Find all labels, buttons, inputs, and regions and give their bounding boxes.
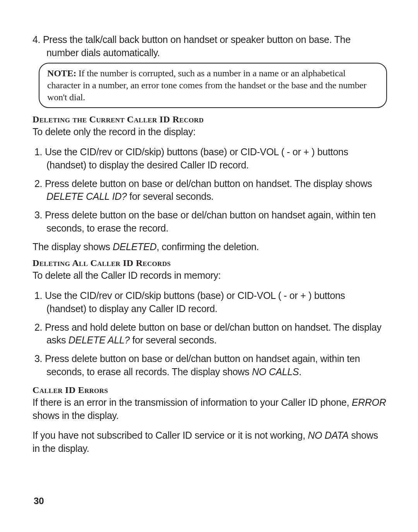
followup-italic: DELETED (113, 241, 156, 252)
lead-delete-all: To delete all the Caller ID records in m… (33, 269, 387, 282)
p2-a: If you have not subscribed to Caller ID … (33, 430, 308, 441)
list-delete-current: 1. Use the CID/rev or CID/skip) buttons … (33, 146, 387, 235)
item-number: 2. (34, 178, 42, 189)
item-number: 3. (34, 353, 42, 364)
intro-step: 4. Press the talk/call back button on ha… (33, 33, 387, 60)
list-item: 1. Use the CID/rev or CID/skip buttons (… (33, 289, 387, 316)
item-text-a: Press delete button on the base or del/c… (45, 209, 376, 233)
item-text-a: Press delete button on base or del/chan … (45, 178, 372, 189)
followup-a: The display shows (33, 241, 113, 252)
p1-a: If there is an error in the transmission… (33, 397, 352, 408)
step-number: 4. (33, 34, 40, 45)
item-text-a: Press delete button on base or del/chan … (45, 353, 360, 377)
errors-p1: If there is an error in the transmission… (33, 396, 387, 422)
item-text-a: Use the CID/rev or CID/skip buttons (bas… (45, 290, 345, 314)
item-text-b: . (299, 366, 302, 377)
errors-p2: If you have not subscribed to Caller ID … (33, 429, 387, 455)
note-body: If the number is corrupted, such as a nu… (47, 68, 367, 102)
page-number: 30 (34, 496, 44, 506)
heading-delete-all: Deleting All Caller ID Records (33, 257, 387, 269)
heading-delete-current: Deleting the Current Caller ID Record (33, 113, 387, 125)
p1-b: shows in the display. (33, 410, 119, 421)
item-number: 1. (34, 290, 45, 301)
item-text-b: for several seconds. (130, 335, 216, 345)
list-item: 3. Press delete button on the base or de… (33, 209, 387, 235)
step-text-line1: Press the talk/call back button on hands… (43, 34, 351, 45)
list-item: 1. Use the CID/rev or CID/skip) buttons … (33, 146, 387, 172)
p2-italic: NO DATA (308, 430, 348, 441)
followup-delete-current: The display shows DELETED, confirming th… (33, 240, 387, 254)
item-text-a: Use the CID/rev or CID/skip) buttons (ba… (45, 146, 348, 170)
item-number: 3. (34, 209, 42, 220)
followup-b: , confirming the deletion. (156, 241, 259, 252)
list-item: 2. Press and hold delete button on base … (33, 321, 387, 347)
lead-delete-current: To delete only the record in the display… (33, 125, 387, 139)
note-box: NOTE: If the number is corrupted, such a… (39, 63, 387, 108)
item-number: 1. (34, 146, 42, 157)
list-item: 3. Press delete button on base or del/ch… (33, 352, 387, 379)
note-label: NOTE: (47, 68, 76, 78)
item-text-b: for several seconds. (127, 191, 214, 202)
list-item: 2. Press delete button on base or del/ch… (33, 177, 387, 204)
step-text-line2: number dials automatically. (33, 46, 387, 60)
p1-italic: ERROR (352, 397, 386, 408)
item-text-italic: DELETE ALL? (69, 335, 130, 345)
item-text-italic: DELETE CALL ID? (46, 191, 127, 202)
list-delete-all: 1. Use the CID/rev or CID/skip buttons (… (33, 289, 387, 379)
item-text-italic: NO CALLS (252, 366, 299, 377)
item-number: 2. (34, 322, 42, 333)
heading-errors: Caller ID Errors (33, 384, 387, 396)
